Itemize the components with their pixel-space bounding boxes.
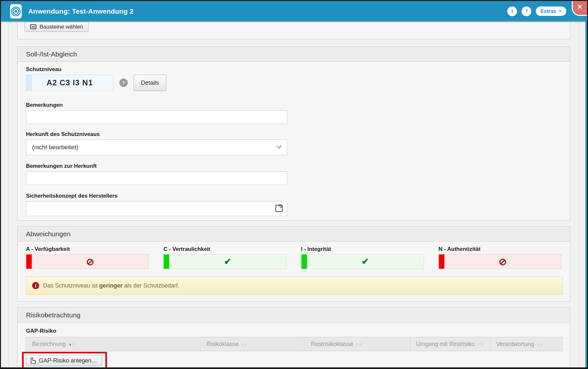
sort-up-icon: ∧ bbox=[241, 342, 244, 346]
sort-down-icon: ∨ bbox=[480, 342, 484, 346]
schutzniveau-label: Schutzniveau bbox=[26, 66, 561, 73]
abweichung-authentizitaet: N - Authentizität ⊘ bbox=[439, 246, 561, 269]
column-header-verantwortung[interactable]: Verantwortung ∧∨ bbox=[490, 337, 562, 351]
abweichung-label: N - Authentizität bbox=[439, 246, 561, 252]
schutzniveau-help-button[interactable]: ? bbox=[119, 79, 128, 87]
sort-down-icon: ∨ bbox=[359, 342, 362, 346]
sort-down-icon: ∨ bbox=[72, 342, 76, 346]
divider-line bbox=[8, 21, 9, 367]
status-bar: ✔ bbox=[163, 254, 286, 269]
status-bar: ✔ bbox=[301, 254, 424, 269]
edit-icon[interactable]: ✎ bbox=[276, 205, 283, 212]
app-logo-icon bbox=[10, 4, 22, 18]
sort-down-icon: ∨ bbox=[244, 342, 248, 346]
gap-risiko-table-header: Bezeichnung ▲∨ Risikoklasse ∧∨ Restrisik… bbox=[26, 337, 563, 351]
extras-menu-button[interactable]: Extras ▼ bbox=[536, 6, 566, 16]
column-header-risikoklasse[interactable]: Risikoklasse ∧∨ bbox=[200, 337, 305, 351]
bemerkungen-input[interactable] bbox=[26, 110, 287, 124]
sort-down-icon: ∨ bbox=[540, 342, 543, 346]
help-button[interactable]: ? bbox=[522, 6, 531, 16]
status-bar: ⊘ bbox=[26, 254, 149, 269]
help-icon: ? bbox=[525, 8, 528, 15]
risikobetrachtung-section: Risikobetrachtung GAP-Risiko Bezeichnung… bbox=[17, 307, 570, 368]
chevron-down-icon: ▼ bbox=[559, 9, 562, 13]
status-bar: ⊘ bbox=[439, 254, 561, 269]
bemerkungen-herkunft-input[interactable] bbox=[26, 171, 287, 185]
sicherheitskonzept-label: Sicherheitskonzept des Herstellers bbox=[26, 193, 561, 199]
herkunft-select[interactable]: (nicht bearbeitet) ∨ bbox=[26, 140, 287, 155]
window-titlebar: Anwendung: Test-Anwendung 2 i ? Extras ▼ bbox=[1, 1, 587, 21]
herkunft-selected-value: (nicht bearbeitet) bbox=[32, 144, 78, 151]
window-title: Anwendung: Test-Anwendung 2 bbox=[28, 7, 134, 15]
sort-up-icon: ∧ bbox=[477, 342, 481, 346]
abweichung-verfuegbarkeit: A - Verfügbarkeit ⊘ bbox=[26, 246, 149, 269]
details-button[interactable]: Details bbox=[134, 75, 166, 91]
abweichung-label: I - Integrität bbox=[301, 246, 424, 252]
info-icon: i bbox=[512, 8, 513, 15]
annotation-highlight: GAP-Risiko anlegen… bbox=[22, 352, 107, 369]
gap-risiko-anlegen-button[interactable]: GAP-Risiko anlegen… bbox=[26, 355, 102, 366]
schutzniveau-value: A2 C3 I3 N1 bbox=[46, 78, 93, 87]
schutzniveau-field: A2 C3 I3 N1 bbox=[26, 75, 113, 91]
gap-risiko-anlegen-label: GAP-Risiko anlegen… bbox=[39, 357, 97, 364]
sort-up-icon: ▲ bbox=[68, 342, 72, 346]
alert-icon: ! bbox=[32, 282, 39, 289]
extras-label: Extras bbox=[540, 8, 556, 14]
new-document-icon bbox=[31, 358, 36, 364]
list-icon bbox=[30, 24, 36, 29]
divider-line bbox=[579, 21, 579, 367]
column-header-bezeichnung[interactable]: Bezeichnung ▲∨ bbox=[26, 337, 200, 351]
bemerkungen-herkunft-label: Bemerkungen zur Herkunft bbox=[26, 163, 561, 169]
close-button[interactable]: × bbox=[572, 1, 587, 16]
abweichung-integritaet: I - Integrität ✔ bbox=[301, 246, 424, 269]
status-icon: ✔ bbox=[361, 256, 369, 267]
sort-up-icon: ∧ bbox=[536, 342, 540, 346]
bausteine-waehlen-button[interactable]: Bausteine wählen bbox=[25, 22, 88, 32]
abweichung-vertraulichkeit: C - Vertraulichkeit ✔ bbox=[163, 246, 286, 269]
screenshot-frame: Anwendung: Test-Anwendung 2 i ? Extras ▼… bbox=[0, 0, 588, 369]
column-header-umgang-mit-restrisiko[interactable]: Umgang mit Restrisiko ∧∨ bbox=[410, 337, 491, 351]
abweichungen-section: Abweichungen A - Verfügbarkeit ⊘ C - Ver… bbox=[17, 226, 570, 301]
status-icon: ✔ bbox=[224, 256, 231, 267]
section-title: Risikobetrachtung bbox=[18, 308, 570, 323]
sort-up-icon: ∧ bbox=[356, 342, 359, 346]
chevron-down-icon: ∨ bbox=[275, 144, 283, 150]
column-header-restrisikoklasse[interactable]: Restrisikoklasse ∧∨ bbox=[305, 337, 410, 351]
gap-risiko-label: GAP-Risiko bbox=[26, 328, 561, 334]
status-icon: ⊘ bbox=[86, 256, 94, 267]
section-title: Soll-/Ist-Abgleich bbox=[18, 47, 570, 62]
abweichung-label: A - Verfügbarkeit bbox=[26, 246, 149, 252]
section-title: Abweichungen bbox=[18, 227, 570, 241]
window-edge bbox=[585, 1, 587, 367]
soll-ist-abgleich-section: Soll-/Ist-Abgleich Schutzniveau A2 C3 I3… bbox=[17, 46, 570, 221]
abweichung-label: C - Vertraulichkeit bbox=[163, 246, 286, 252]
herkunft-label: Herkunft des Schutzniveaus bbox=[26, 131, 561, 138]
question-icon: ? bbox=[122, 80, 125, 86]
close-icon: × bbox=[578, 3, 582, 11]
bausteine-panel: Bausteine wählen bbox=[17, 21, 570, 39]
bemerkungen-label: Bemerkungen bbox=[26, 102, 561, 108]
bausteine-waehlen-label: Bausteine wählen bbox=[40, 24, 83, 30]
info-button[interactable]: i bbox=[507, 6, 517, 16]
sicherheitskonzept-input[interactable] bbox=[26, 201, 287, 216]
status-icon: ⊘ bbox=[499, 256, 507, 267]
warning-message: ! Das Schutzniveau ist geringer als der … bbox=[26, 276, 563, 295]
